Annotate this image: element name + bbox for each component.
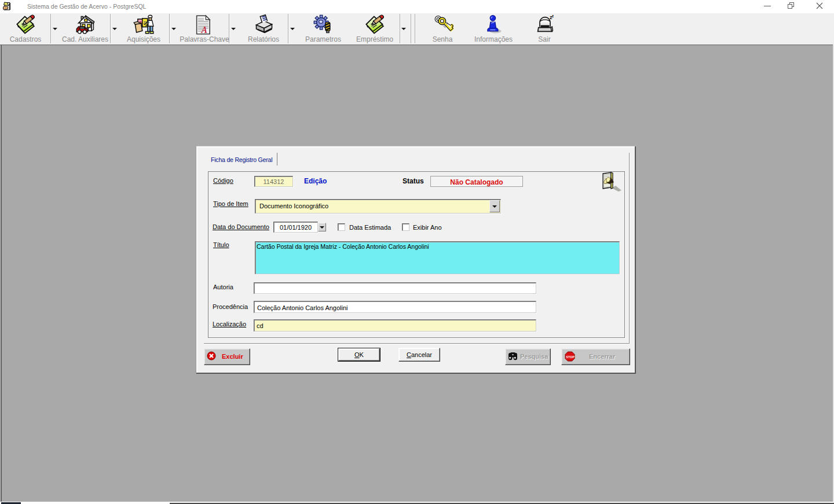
svg-text:z: z: [552, 14, 554, 18]
svg-text:A: A: [201, 25, 208, 35]
svg-text:STOP: STOP: [566, 355, 575, 359]
